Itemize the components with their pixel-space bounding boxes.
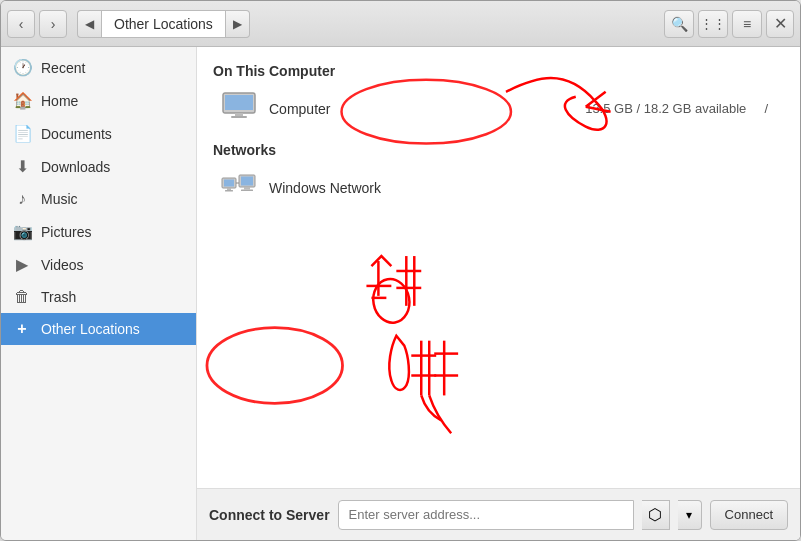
svg-rect-6 bbox=[227, 188, 231, 190]
sidebar-item-label: Recent bbox=[41, 60, 85, 76]
sidebar-item-recent[interactable]: 🕐 Recent bbox=[1, 51, 196, 84]
windows-network-name: Windows Network bbox=[269, 180, 381, 196]
sidebar-item-downloads[interactable]: ⬇ Downloads bbox=[1, 150, 196, 183]
svg-rect-5 bbox=[224, 180, 234, 187]
downloads-icon: ⬇ bbox=[13, 157, 31, 176]
close-button[interactable]: ✕ bbox=[766, 10, 794, 38]
search-button[interactable]: 🔍 bbox=[664, 10, 694, 38]
sidebar-item-label: Videos bbox=[41, 257, 84, 273]
search-icon: 🔍 bbox=[671, 16, 688, 32]
bookmark-icon: ⬡ bbox=[648, 505, 662, 524]
sidebar-item-pictures[interactable]: 📷 Pictures bbox=[1, 215, 196, 248]
on-this-computer-header: On This Computer bbox=[213, 63, 784, 79]
titlebar-actions: 🔍 ⋮⋮ ≡ ✕ bbox=[664, 10, 794, 38]
sidebar-item-other-locations[interactable]: + Other Locations bbox=[1, 313, 196, 345]
windows-network-icon bbox=[221, 170, 257, 205]
sidebar-item-documents[interactable]: 📄 Documents bbox=[1, 117, 196, 150]
sidebar-item-label: Downloads bbox=[41, 159, 110, 175]
networks-header: Networks bbox=[213, 142, 784, 158]
svg-rect-7 bbox=[225, 190, 233, 192]
computer-info: Computer bbox=[269, 101, 330, 117]
file-view: On This Computer Computer bbox=[197, 47, 800, 488]
computer-name: Computer bbox=[269, 101, 330, 117]
sidebar-item-label: Trash bbox=[41, 289, 76, 305]
svg-rect-1 bbox=[225, 95, 253, 110]
close-icon: ✕ bbox=[774, 14, 787, 33]
svg-rect-3 bbox=[231, 116, 247, 118]
breadcrumb-next-button[interactable]: ▶ bbox=[226, 10, 250, 38]
sidebar-item-label: Music bbox=[41, 191, 78, 207]
other-locations-icon: + bbox=[13, 320, 31, 338]
home-icon: 🏠 bbox=[13, 91, 31, 110]
server-address-input[interactable] bbox=[338, 500, 634, 530]
svg-rect-10 bbox=[244, 187, 250, 190]
sidebar: 🕐 Recent 🏠 Home 📄 Documents ⬇ Downloads … bbox=[1, 47, 197, 540]
titlebar: ‹ › ◀ Other Locations ▶ 🔍 ⋮⋮ ≡ ✕ bbox=[1, 1, 800, 47]
computer-storage: 13.5 GB / 18.2 GB available / bbox=[585, 101, 776, 116]
sidebar-item-label: Other Locations bbox=[41, 321, 140, 337]
sidebar-item-videos[interactable]: ▶ Videos bbox=[1, 248, 196, 281]
chevron-down-icon: ▾ bbox=[686, 508, 692, 522]
pictures-icon: 📷 bbox=[13, 222, 31, 241]
forward-button[interactable]: › bbox=[39, 10, 67, 38]
documents-icon: 📄 bbox=[13, 124, 31, 143]
view-list-icon: ⋮⋮ bbox=[700, 16, 726, 31]
videos-icon: ▶ bbox=[13, 255, 31, 274]
sidebar-item-label: Pictures bbox=[41, 224, 92, 240]
content-area: 🕐 Recent 🏠 Home 📄 Documents ⬇ Downloads … bbox=[1, 47, 800, 540]
computer-icon bbox=[221, 91, 257, 126]
sidebar-item-label: Documents bbox=[41, 126, 112, 142]
breadcrumb-prev-button[interactable]: ◀ bbox=[77, 10, 101, 38]
view-toggle-button[interactable]: ⋮⋮ bbox=[698, 10, 728, 38]
sidebar-item-home[interactable]: 🏠 Home bbox=[1, 84, 196, 117]
connect-to-server-label: Connect to Server bbox=[209, 507, 330, 523]
breadcrumb-title: Other Locations bbox=[101, 10, 226, 38]
sidebar-item-music[interactable]: ♪ Music bbox=[1, 183, 196, 215]
bottom-bar: Connect to Server ⬡ ▾ Connect bbox=[197, 488, 800, 540]
recent-icon: 🕐 bbox=[13, 58, 31, 77]
svg-rect-11 bbox=[241, 190, 253, 192]
sidebar-item-trash[interactable]: 🗑 Trash bbox=[1, 281, 196, 313]
main-panel: On This Computer Computer bbox=[197, 47, 800, 540]
bookmark-button[interactable]: ⬡ bbox=[642, 500, 670, 530]
svg-rect-9 bbox=[241, 177, 253, 186]
svg-rect-2 bbox=[235, 113, 243, 116]
breadcrumb: ◀ Other Locations ▶ bbox=[77, 10, 654, 38]
music-icon: ♪ bbox=[13, 190, 31, 208]
svg-point-14 bbox=[207, 328, 343, 404]
trash-icon: 🗑 bbox=[13, 288, 31, 306]
menu-button[interactable]: ≡ bbox=[732, 10, 762, 38]
hamburger-icon: ≡ bbox=[743, 16, 751, 32]
svg-point-15 bbox=[370, 276, 413, 325]
connect-button[interactable]: Connect bbox=[710, 500, 788, 530]
sidebar-item-label: Home bbox=[41, 93, 78, 109]
back-button[interactable]: ‹ bbox=[7, 10, 35, 38]
computer-location-item[interactable]: Computer 13.5 GB / 18.2 GB available / bbox=[213, 85, 784, 132]
computer-location-row: Computer 13.5 GB / 18.2 GB available / bbox=[269, 101, 776, 117]
windows-network-item[interactable]: Windows Network bbox=[213, 164, 784, 211]
server-dropdown-button[interactable]: ▾ bbox=[678, 500, 702, 530]
